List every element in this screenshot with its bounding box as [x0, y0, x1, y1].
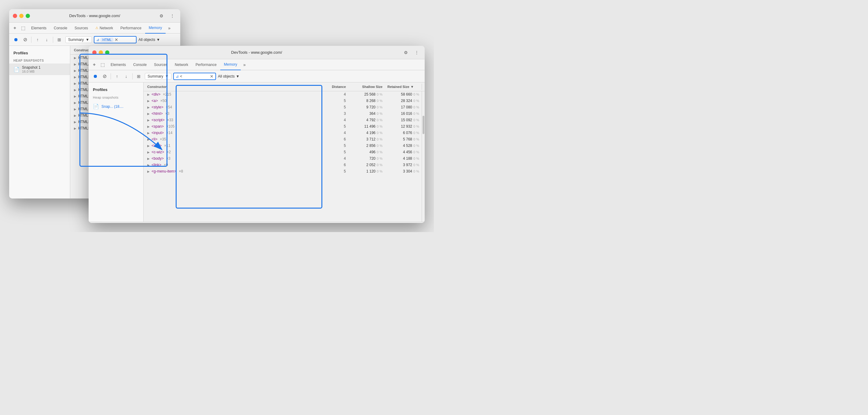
- header-retained: Retained Size ▼: [385, 84, 422, 90]
- tab-performance-back[interactable]: Performance: [117, 23, 145, 34]
- devtools-window-front: DevTools - www.google.com/ ⚙ ⋮ ⌖ ⬚ Eleme…: [89, 46, 425, 223]
- separator1-front: [111, 73, 111, 79]
- snapshot-name-front: Snap... (18....: [101, 104, 123, 109]
- table-row[interactable]: ▶<style>×54 5 9 7200 % 17 0800 %: [144, 104, 422, 110]
- objects-dropdown-back[interactable]: All objects ▼: [138, 38, 178, 42]
- gear-icon-front[interactable]: ⚙: [401, 48, 410, 57]
- table-row[interactable]: ▶<span>×105 5 11 4960 % 12 9320 %: [144, 123, 422, 130]
- table-row[interactable]: ▶<script>×33 4 4 7920 % 15 0920 %: [144, 117, 422, 123]
- table-row[interactable]: ▶<link>×9 6 2 0520 % 3 9720 %: [144, 162, 422, 168]
- header-constructor: Constructor: [144, 84, 324, 90]
- filter-clear-back[interactable]: ✕: [115, 37, 118, 42]
- download-icon-back[interactable]: ↓: [42, 35, 51, 44]
- summary-dropdown-back[interactable]: Summary ▼: [65, 36, 92, 43]
- more-icon-back[interactable]: ⋮: [168, 11, 177, 20]
- table-row[interactable]: ▶<div>×215 4 25 5680 % 58 6600 %: [144, 91, 422, 98]
- scrollbar-track[interactable]: [422, 84, 425, 90]
- tab-memory-back[interactable]: Memory: [145, 23, 165, 34]
- tab-network-front[interactable]: Network: [171, 59, 192, 70]
- table-row[interactable]: ▶<img>×11 5 2 8560 % 4 5280 %: [144, 142, 422, 149]
- frame-icon-front[interactable]: ⬚: [98, 60, 107, 69]
- table-row[interactable]: ▶<a>×50 5 8 2680 % 28 3240 %: [144, 98, 422, 104]
- sidebar-front-panel: Profiles Heap snapshots 📄 Snap... (18...…: [89, 83, 144, 222]
- filter-input-front[interactable]: ⊿ < ✕: [173, 73, 216, 80]
- table-row[interactable]: ▶<body>×3 4 7200 % 4 1880 %: [144, 155, 422, 162]
- record-icon-back[interactable]: ⏺: [11, 35, 20, 44]
- download-icon-front[interactable]: ↓: [122, 72, 130, 81]
- maximize-button-back[interactable]: [26, 14, 30, 18]
- separator2-back: [53, 37, 53, 43]
- filter-icon-front: ⊿: [176, 74, 179, 78]
- tab-memory-front[interactable]: Memory: [220, 59, 241, 70]
- table-row[interactable]: ▶<c-wiz>×2 5 4960 % 4 4560 %: [144, 149, 422, 155]
- minimize-button-front[interactable]: [99, 51, 103, 55]
- tab-bar-front: ⌖ ⬚ Elements Console Sources Network Per…: [89, 59, 425, 70]
- heap-snapshots-label: Heap snapshots: [89, 94, 143, 102]
- tab-console-back[interactable]: Console: [50, 23, 71, 34]
- filter-input-back[interactable]: ⊿ HTML ✕: [94, 36, 136, 43]
- toolbar-icons-front: ⏺ ⊘ ↑ ↓ ⊞: [91, 72, 143, 81]
- snapshot-size-back: 16.0 MB: [22, 70, 41, 73]
- scrollbar-front[interactable]: [422, 91, 425, 222]
- table-row[interactable]: ▶<g-menu-item>×8 5 1 1200 % 3 3040 %: [144, 168, 422, 175]
- retainers-bar-front: Retainers: [89, 222, 425, 223]
- minimize-button-back[interactable]: [19, 14, 24, 18]
- sidebar-back: Profiles HEAP SNAPSHOTS 📄 Snapshot 1 16.…: [9, 46, 70, 198]
- cursor-icon[interactable]: ⌖: [10, 24, 19, 32]
- cursor-icon-front[interactable]: ⌖: [90, 60, 98, 69]
- table-row[interactable]: ▶<li>×35 6 3 7120 % 5 7680 %: [144, 136, 422, 142]
- objects-dropdown-front[interactable]: All objects ▼: [218, 74, 422, 78]
- frame-icon[interactable]: ⬚: [19, 24, 28, 32]
- tab-bar-back: ⌖ ⬚ Elements Console Sources ⚠ Network P…: [9, 23, 180, 34]
- snapshot-icon-front: 📄: [93, 103, 99, 109]
- traffic-lights-front: [92, 51, 110, 55]
- table-row[interactable]: ▶<input>×14 4 4 1960 % 6 0760 %: [144, 130, 422, 136]
- close-button-back[interactable]: [13, 14, 17, 18]
- upload-icon-front[interactable]: ↑: [113, 72, 121, 81]
- maximize-button-front[interactable]: [105, 51, 110, 55]
- toolbar-icons-back: ⏺ ⊘ ↑ ↓ ⊞: [11, 35, 64, 44]
- close-button-front[interactable]: [92, 51, 97, 55]
- chevron-icon-back: ▼: [86, 38, 89, 42]
- gear-icon-back[interactable]: ⚙: [157, 11, 165, 20]
- titlebar-actions-front: ⚙ ⋮: [401, 48, 421, 57]
- table-row[interactable]: ▶<html>×3 3 3640 % 16 0160 %: [144, 110, 422, 117]
- tab-sources-front[interactable]: Sources: [150, 59, 171, 70]
- scrollbar-thumb-front[interactable]: [423, 116, 424, 134]
- snapshot-icon-back: 📄: [13, 67, 20, 72]
- traffic-lights-back: [13, 14, 30, 18]
- tab-more-back[interactable]: »: [165, 23, 173, 34]
- screenshot-icon-front[interactable]: ⊞: [134, 72, 143, 81]
- tab-elements-front[interactable]: Elements: [107, 59, 129, 70]
- titlebar-actions-back: ⚙ ⋮: [157, 11, 177, 20]
- header-distance: Distance: [324, 84, 348, 90]
- upload-icon-back[interactable]: ↑: [33, 35, 42, 44]
- filter-text-front[interactable]: <: [180, 74, 209, 78]
- filter-tag-back: HTML: [100, 38, 113, 42]
- snapshot-item-back[interactable]: 📄 Snapshot 1 16.0 MB: [9, 64, 70, 75]
- tab-sources-back[interactable]: Sources: [71, 23, 92, 34]
- objects-chevron-front: ▼: [236, 74, 240, 78]
- table-body-front: ▶<div>×215 4 25 5680 % 58 6600 % ▶<a>×50…: [144, 91, 425, 222]
- more-icon-front[interactable]: ⋮: [412, 48, 421, 57]
- titlebar-back: DevTools - www.google.com/ ⚙ ⋮: [9, 9, 180, 23]
- tab-network-back[interactable]: ⚠ Network: [92, 23, 117, 34]
- filter-icon-back: ⊿: [96, 38, 99, 42]
- tab-more-front[interactable]: »: [241, 59, 248, 70]
- tab-console-front[interactable]: Console: [129, 59, 150, 70]
- record-icon-front[interactable]: ⏺: [91, 72, 100, 81]
- sidebar-title-front: Profiles: [89, 86, 143, 94]
- summary-dropdown-front[interactable]: Summary ▼: [145, 73, 172, 80]
- clear-icon-back[interactable]: ⊘: [21, 35, 29, 44]
- tab-elements-back[interactable]: Elements: [28, 23, 50, 34]
- chevron-icon-front: ▼: [165, 74, 169, 78]
- clear-icon-front[interactable]: ⊘: [100, 72, 109, 81]
- separator2-front: [132, 73, 133, 79]
- tab-performance-front[interactable]: Performance: [192, 59, 220, 70]
- sidebar-section-back: HEAP SNAPSHOTS: [9, 58, 70, 64]
- filter-clear-front[interactable]: ✕: [210, 74, 214, 79]
- snapshot-item-front[interactable]: 📄 Snap... (18....: [89, 102, 143, 111]
- toolbar-back: ⏺ ⊘ ↑ ↓ ⊞ Summary ▼ ⊿ HTML ✕ All objects…: [9, 34, 180, 46]
- titlebar-front: DevTools - www.google.com/ ⚙ ⋮: [89, 46, 425, 59]
- screenshot-icon-back[interactable]: ⊞: [55, 35, 64, 44]
